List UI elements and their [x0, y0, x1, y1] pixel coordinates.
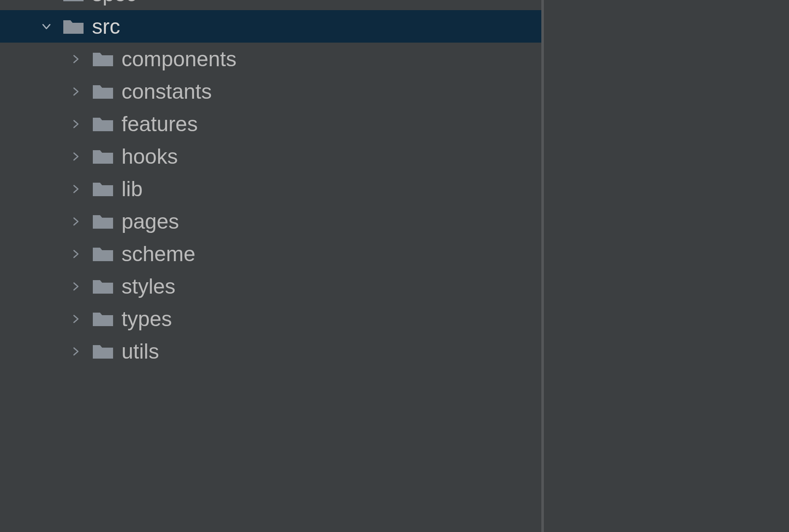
- folder-label: scheme: [122, 242, 195, 266]
- chevron-right-icon[interactable]: [68, 148, 84, 165]
- folder-icon: [62, 0, 84, 3]
- chevron-right-icon[interactable]: [68, 181, 84, 197]
- folder-label: styles: [122, 274, 176, 299]
- folder-label: components: [122, 47, 236, 71]
- folder-icon: [92, 278, 114, 295]
- folder-label: spec: [92, 0, 137, 6]
- chevron-right-icon[interactable]: [68, 311, 84, 327]
- folder-label: types: [122, 307, 172, 331]
- folder-label: src: [92, 14, 120, 39]
- folder-icon: [92, 50, 114, 68]
- tree-row-scheme[interactable]: scheme: [0, 238, 541, 270]
- tree-row-components[interactable]: components: [0, 43, 541, 75]
- folder-icon: [92, 115, 114, 133]
- folder-icon: [92, 343, 114, 360]
- tree-row-src[interactable]: src: [0, 10, 541, 43]
- folder-icon: [92, 83, 114, 100]
- folder-label: pages: [122, 209, 179, 234]
- chevron-right-icon[interactable]: [68, 83, 84, 100]
- folder-label: lib: [122, 177, 143, 201]
- tree-row-utils[interactable]: utils: [0, 335, 541, 367]
- chevron-right-icon[interactable]: [68, 116, 84, 132]
- tree-row-pages[interactable]: pages: [0, 205, 541, 238]
- folder-icon: [92, 213, 114, 230]
- tree-row-lib[interactable]: lib: [0, 173, 541, 205]
- panel-divider[interactable]: [541, 0, 789, 532]
- tree-row-hooks[interactable]: hooks: [0, 140, 541, 173]
- folder-icon: [92, 310, 114, 328]
- tree-row[interactable]: spec: [0, 0, 541, 10]
- chevron-right-icon[interactable]: [68, 51, 84, 68]
- tree-row-partial-top: spec: [0, 0, 541, 10]
- chevron-right-icon[interactable]: [68, 278, 84, 295]
- chevron-right-icon[interactable]: [38, 0, 55, 3]
- tree-row-styles[interactable]: styles: [0, 270, 541, 302]
- folder-label: constants: [122, 79, 212, 104]
- tree-row-constants[interactable]: constants: [0, 75, 541, 108]
- chevron-right-icon[interactable]: [68, 343, 84, 360]
- chevron-right-icon[interactable]: [68, 213, 84, 230]
- chevron-down-icon[interactable]: [38, 18, 55, 35]
- folder-icon: [92, 148, 114, 165]
- folder-icon: [92, 180, 114, 198]
- tree-row-features[interactable]: features: [0, 108, 541, 140]
- folder-label: utils: [122, 339, 159, 364]
- folder-icon: [92, 245, 114, 263]
- folder-label: features: [122, 112, 198, 136]
- file-tree: spec src components constants: [0, 0, 541, 532]
- folder-icon: [62, 18, 84, 35]
- chevron-right-icon[interactable]: [68, 246, 84, 262]
- tree-row-types[interactable]: types: [0, 302, 541, 335]
- folder-label: hooks: [122, 144, 178, 169]
